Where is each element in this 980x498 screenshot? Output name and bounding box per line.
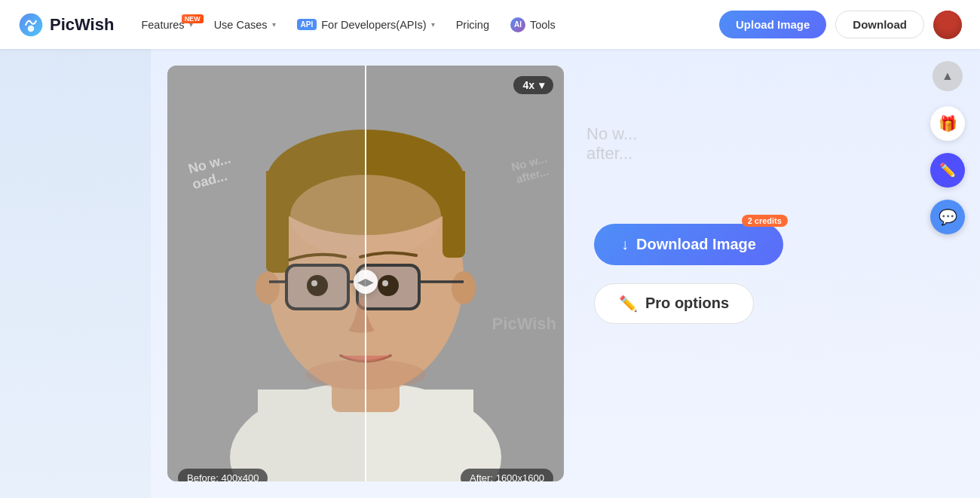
chat-button[interactable]: 💬 [930, 200, 965, 234]
right-panel: No w...after... ↓ Download Image 2 credi… [564, 49, 980, 498]
logo-text: PicWish [50, 15, 114, 35]
logo-icon [18, 12, 44, 38]
nav-tools-label: Tools [530, 19, 556, 31]
logo[interactable]: PicWish [18, 12, 114, 38]
scroll-up-icon: ▲ [942, 69, 954, 83]
pro-options-icon: ✏️ [619, 295, 638, 313]
download-image-label: Download Image [636, 236, 756, 253]
avatar-image [933, 11, 962, 39]
chevron-down-icon: ▾ [272, 20, 276, 29]
nav-tools[interactable]: AI Tools [501, 11, 565, 38]
nav-developers[interactable]: API For Developers(APIs) ▾ [288, 13, 444, 37]
ai-icon: AI [510, 17, 525, 32]
after-label: After: 1600x1600 [461, 469, 553, 481]
avatar[interactable] [933, 11, 962, 39]
nav-features[interactable]: Features NEW ▾ [132, 13, 201, 37]
left-sidebar [0, 49, 151, 498]
zoom-label: 4x [522, 79, 534, 91]
nav-pricing-label: Pricing [456, 19, 489, 31]
gift-button[interactable]: 🎁 [930, 106, 965, 141]
download-icon: ↓ [621, 236, 629, 253]
svg-rect-24 [167, 66, 366, 481]
drag-arrows-icon: ◀▶ [357, 276, 374, 288]
main-content: No w...oad... No w...after... PicWish ◀▶… [0, 49, 980, 498]
chevron-down-icon: ▾ [539, 79, 544, 91]
feedback-icon: ✏️ [939, 162, 956, 179]
comparison-container: No w...oad... No w...after... PicWish ◀▶… [167, 66, 564, 481]
svg-point-1 [28, 25, 35, 32]
floating-buttons: ▲ 🎁 ✏️ 💬 [930, 49, 965, 246]
nav-developers-label: For Developers(APIs) [321, 19, 426, 31]
comparison-image: No w...oad... No w...after... PicWish ◀▶… [167, 66, 564, 481]
svg-point-22 [382, 280, 388, 286]
chevron-down-icon: ▾ [431, 20, 435, 29]
nav-use-cases[interactable]: Use Cases ▾ [205, 13, 285, 37]
svg-point-13 [452, 271, 476, 304]
chat-icon: 💬 [939, 208, 957, 226]
zoom-badge[interactable]: 4x ▾ [513, 76, 553, 94]
new-badge: NEW [182, 14, 204, 23]
pro-options-label: Pro options [645, 295, 729, 312]
feedback-button[interactable]: ✏️ [930, 153, 965, 188]
nav-pricing[interactable]: Pricing [447, 13, 498, 37]
api-badge: API [297, 19, 317, 30]
gift-icon: 🎁 [939, 115, 957, 133]
nav-items: Features NEW ▾ Use Cases ▾ API For Devel… [132, 11, 713, 38]
drag-handle[interactable]: ◀▶ [354, 270, 378, 294]
right-watermark: No w...after... [586, 124, 637, 163]
svg-point-20 [378, 275, 399, 296]
svg-point-0 [20, 13, 43, 36]
nav-use-cases-label: Use Cases [214, 19, 268, 31]
credits-badge: 2 credits [742, 215, 788, 227]
scroll-up-button[interactable]: ▲ [933, 61, 963, 91]
svg-rect-10 [443, 182, 465, 258]
pro-options-button[interactable]: ✏️ Pro options [594, 283, 754, 324]
before-label: Before: 400x400 [178, 469, 268, 481]
nav-actions: Upload Image Download [719, 11, 962, 39]
download-image-button[interactable]: ↓ Download Image 2 credits [594, 224, 783, 265]
download-nav-button[interactable]: Download [835, 11, 924, 38]
nav-features-label: Features [141, 19, 184, 31]
navbar: PicWish Features NEW ▾ Use Cases ▾ API F… [0, 0, 980, 49]
upload-image-button[interactable]: Upload Image [719, 11, 826, 38]
